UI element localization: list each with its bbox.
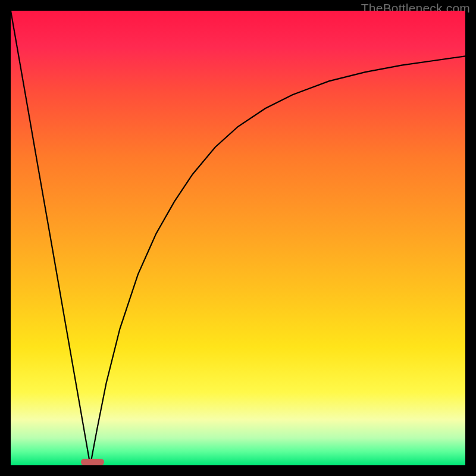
optimal-marker (81, 459, 104, 465)
bottleneck-curve (11, 11, 465, 465)
plot-area (11, 11, 465, 465)
chart-stage: TheBottleneck.com (0, 0, 476, 476)
curve-path (11, 11, 465, 465)
